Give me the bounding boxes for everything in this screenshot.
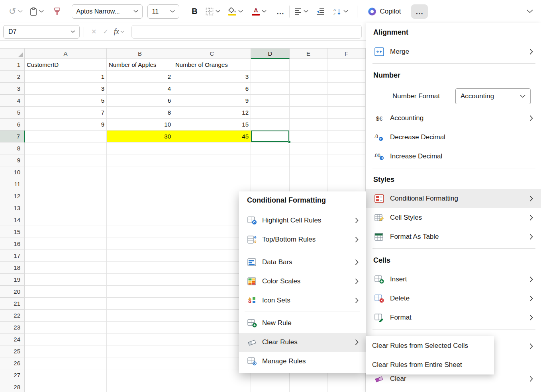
cell-B11[interactable] <box>107 178 173 190</box>
row-header-19[interactable]: 19 <box>0 274 25 286</box>
cell-A18[interactable] <box>25 262 107 274</box>
cell-A20[interactable] <box>25 286 107 298</box>
cell-C8[interactable] <box>173 142 251 154</box>
cell-B18[interactable] <box>107 262 173 274</box>
cell-A5[interactable]: 7 <box>25 107 107 119</box>
row-header-20[interactable]: 20 <box>0 286 25 298</box>
cell-A22[interactable] <box>25 310 107 322</box>
cell-B14[interactable] <box>107 214 173 226</box>
cell-F11[interactable] <box>327 178 366 190</box>
row-header-3[interactable]: 3 <box>0 83 25 95</box>
cell-B12[interactable] <box>107 190 173 202</box>
cell-B20[interactable] <box>107 286 173 298</box>
cell-A12[interactable] <box>25 190 107 202</box>
cell-B24[interactable] <box>107 333 173 345</box>
cell-D7[interactable] <box>251 131 290 142</box>
cell-E7[interactable] <box>290 131 327 142</box>
cell-D2[interactable] <box>251 71 290 83</box>
delete-item[interactable]: Delete <box>366 289 541 308</box>
cell-B1[interactable]: Number of Apples <box>107 59 173 71</box>
number-format-select[interactable]: Accounting <box>455 88 531 104</box>
cell-B19[interactable] <box>107 274 173 286</box>
cell-C6[interactable]: 15 <box>173 119 251 131</box>
icon-sets-item[interactable]: Icon Sets <box>239 291 366 310</box>
enter-icon[interactable]: ✓ <box>100 28 111 35</box>
cell-styles-item[interactable]: Cell Styles <box>366 208 541 227</box>
conditional-formatting-item[interactable]: Conditional Formatting <box>366 189 541 208</box>
row-header-21[interactable]: 21 <box>0 298 25 310</box>
cell-C1[interactable]: Number of Oranges <box>173 59 251 71</box>
row-header-15[interactable]: 15 <box>0 226 25 238</box>
paste-button[interactable] <box>28 4 45 19</box>
cell-E1[interactable] <box>290 59 327 71</box>
cell-B2[interactable]: 2 <box>107 71 173 83</box>
cell-C5[interactable]: 12 <box>173 107 251 119</box>
data-bars-item[interactable]: Data Bars <box>239 253 366 272</box>
font-size-select[interactable]: 11 <box>147 4 179 19</box>
name-box[interactable]: D7 <box>3 25 80 39</box>
row-header-4[interactable]: 4 <box>0 95 25 107</box>
row-header-22[interactable]: 22 <box>0 310 25 322</box>
merge-item[interactable]: Merge <box>366 42 541 61</box>
cell-C2[interactable]: 3 <box>173 71 251 83</box>
cell-A23[interactable] <box>25 322 107 333</box>
cell-A2[interactable]: 1 <box>25 71 107 83</box>
cell-E6[interactable] <box>290 119 327 131</box>
cell-A9[interactable] <box>25 154 107 166</box>
cell-F7[interactable] <box>327 131 366 142</box>
cell-A3[interactable]: 3 <box>25 83 107 95</box>
cell-B3[interactable]: 4 <box>107 83 173 95</box>
column-header-A[interactable]: A <box>25 48 107 59</box>
cell-C11[interactable] <box>173 178 251 190</box>
manage-rules-item[interactable]: Manage Rules <box>239 352 366 371</box>
cell-D3[interactable] <box>251 83 290 95</box>
cell-B27[interactable] <box>107 369 173 381</box>
cell-C28[interactable] <box>173 381 251 392</box>
row-header-12[interactable]: 12 <box>0 190 25 202</box>
cell-A1[interactable]: CustomerID <box>25 59 107 71</box>
cell-D6[interactable] <box>251 119 290 131</box>
accounting-item[interactable]: $€ Accounting <box>366 109 541 128</box>
cell-F28[interactable] <box>327 381 366 392</box>
font-color-button[interactable]: A <box>250 4 268 19</box>
column-header-B[interactable]: B <box>107 48 173 59</box>
cell-E4[interactable] <box>290 95 327 107</box>
cell-B6[interactable]: 10 <box>107 119 173 131</box>
row-header-18[interactable]: 18 <box>0 262 25 274</box>
cell-B16[interactable] <box>107 238 173 250</box>
highlight-cell-rules-item[interactable]: Highlight Cell Rules <box>239 211 366 230</box>
select-all-corner[interactable] <box>0 48 25 59</box>
cell-E10[interactable] <box>290 166 327 178</box>
cell-B9[interactable] <box>107 154 173 166</box>
collapse-ribbon-button[interactable] <box>525 4 535 19</box>
row-header-2[interactable]: 2 <box>0 71 25 83</box>
row-header-24[interactable]: 24 <box>0 333 25 345</box>
more-formatting-button[interactable]: … <box>274 4 286 19</box>
row-header-8[interactable]: 8 <box>0 142 25 154</box>
cell-D11[interactable] <box>251 178 290 190</box>
cell-E2[interactable] <box>290 71 327 83</box>
clear-rules-entire-sheet-item[interactable]: Clear Rules from Entire Sheet <box>366 355 494 374</box>
cell-D5[interactable] <box>251 107 290 119</box>
cell-C9[interactable] <box>173 154 251 166</box>
cell-A28[interactable] <box>25 381 107 392</box>
cell-D9[interactable] <box>251 154 290 166</box>
formula-input[interactable] <box>131 25 362 39</box>
cell-A10[interactable] <box>25 166 107 178</box>
undo-button[interactable]: ↺ <box>7 4 24 19</box>
clear-rules-item[interactable]: Clear Rules <box>239 333 366 352</box>
cell-A19[interactable] <box>25 274 107 286</box>
row-header-26[interactable]: 26 <box>0 357 25 369</box>
bold-button[interactable]: B <box>187 4 202 19</box>
format-item[interactable]: Format <box>366 308 541 327</box>
column-header-E[interactable]: E <box>290 48 327 59</box>
cell-B17[interactable] <box>107 250 173 262</box>
row-header-1[interactable]: 1 <box>0 59 25 71</box>
cell-F10[interactable] <box>327 166 366 178</box>
cell-B7[interactable]: 30 <box>107 131 173 142</box>
cell-A25[interactable] <box>25 345 107 357</box>
row-header-25[interactable]: 25 <box>0 345 25 357</box>
cell-F1[interactable] <box>327 59 366 71</box>
cell-A24[interactable] <box>25 333 107 345</box>
cell-A16[interactable] <box>25 238 107 250</box>
